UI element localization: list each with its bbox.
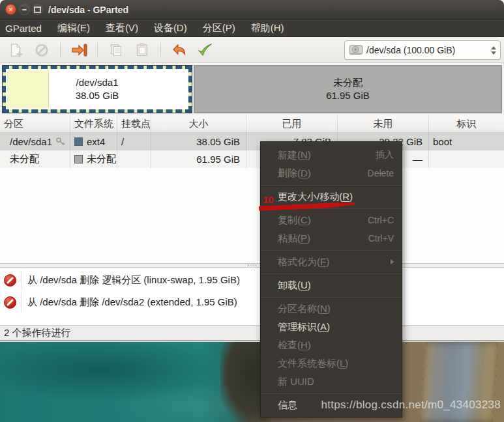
spinner-arrows-icon[interactable]	[491, 46, 496, 55]
titlebar[interactable]: /dev/sda - GParted	[0, 0, 504, 20]
copy-icon[interactable]	[106, 40, 126, 61]
new-partition-icon[interactable]	[5, 40, 26, 61]
toolbar-separator	[160, 42, 161, 58]
menu-item-copy: 复制(C) Ctrl+C	[261, 211, 402, 229]
operation-text: 从 /dev/sda 删除 /dev/sda2 (extended, 1.95 …	[22, 292, 237, 312]
menu-separator	[261, 271, 402, 276]
operations-panel: 从 /dev/sda 删除 逻辑分区 (linux-swap, 1.95 GiB…	[0, 268, 504, 325]
menubar: GParted 编辑(E) 查看(V) 设备(D) 分区(P) 帮助(H)	[0, 20, 504, 37]
delete-partition-icon[interactable]	[31, 40, 52, 61]
unallocated-color-swatch	[74, 155, 83, 163]
operation-item[interactable]: 从 /dev/sda 删除 逻辑分区 (linux-swap, 1.95 GiB…	[0, 270, 504, 290]
partition-context-menu: 新建(N) 插入 删除(D) Delete 更改大小/移动(R) 复制(C) C…	[260, 141, 402, 417]
row2-flags	[429, 150, 504, 168]
delete-operation-icon	[4, 296, 16, 309]
annotation-step-number: 10	[263, 194, 274, 205]
watermark-url: https://blog.csdn.net/m0_43403238	[321, 399, 501, 412]
pending-operations-status: 2 个操作待进行	[4, 327, 71, 339]
row2-filesystem: 未分配	[87, 153, 116, 165]
menu-item-new-uuid: 新 UUID	[261, 373, 402, 391]
row1-filesystem: ext4	[87, 136, 105, 147]
header-unused[interactable]: 未用	[338, 115, 429, 132]
toolbar-separator	[97, 42, 98, 58]
statusbar: 2 个操作待进行	[0, 325, 504, 341]
visual-unallocated-size: 61.95 GiB	[326, 89, 370, 102]
menu-gparted[interactable]: GParted	[5, 23, 42, 34]
visual-unallocated-name: 未分配	[333, 76, 363, 89]
menu-item-name-partition: 分区名称(N)	[261, 300, 402, 318]
table-header-row: 分区 文件系统 挂载点 大小 已用 未用 标识	[0, 115, 504, 133]
device-selector[interactable]: /dev/sda (100.00 GiB)	[344, 40, 501, 60]
maximize-icon[interactable]	[32, 4, 43, 15]
row1-flags: boot	[429, 133, 504, 150]
table-row-unallocated[interactable]: 未分配 未分配 61.95 GiB —	[0, 150, 504, 168]
header-filesystem[interactable]: 文件系统	[70, 115, 117, 132]
partition-table: 分区 文件系统 挂载点 大小 已用 未用 标识 /dev/sda1 ext4 /…	[0, 115, 504, 263]
operation-text: 从 /dev/sda 删除 逻辑分区 (linux-swap, 1.95 GiB…	[22, 270, 240, 290]
menu-item-manage-flags[interactable]: 管理标识(A)	[261, 318, 402, 336]
visual-sda1-size: 38.05 GiB	[76, 89, 119, 102]
operation-item[interactable]: 从 /dev/sda 删除 /dev/sda2 (extended, 1.95 …	[0, 292, 504, 312]
toolbar-separator	[60, 42, 61, 58]
menu-item-format-to: 格式化为(F)	[261, 253, 402, 271]
apply-icon[interactable]	[195, 40, 216, 61]
pane-splitter[interactable]	[0, 263, 504, 268]
header-size[interactable]: 大小	[151, 115, 246, 132]
delete-operation-icon	[4, 274, 16, 287]
header-used[interactable]: 已用	[246, 115, 338, 132]
visual-sda1-name: /dev/sda1	[76, 76, 118, 89]
menu-item-unmount[interactable]: 卸载(U)	[261, 276, 402, 294]
menu-partition[interactable]: 分区(P)	[203, 22, 235, 35]
disk-visual: /dev/sda1 38.05 GiB 未分配 61.95 GiB	[0, 63, 504, 115]
row1-partition: /dev/sda1	[10, 136, 52, 147]
row2-mountpoint	[117, 150, 151, 168]
menu-separator	[261, 391, 402, 396]
visual-unallocated[interactable]: 未分配 61.95 GiB	[194, 65, 502, 113]
menu-device[interactable]: 设备(D)	[154, 22, 187, 35]
minimize-icon[interactable]	[19, 4, 30, 15]
paste-icon[interactable]	[132, 40, 153, 61]
row2-size: 61.95 GiB	[151, 150, 246, 168]
menu-separator	[261, 294, 402, 300]
resize-move-icon[interactable]	[68, 40, 89, 61]
header-partition[interactable]: 分区	[0, 115, 70, 132]
header-mountpoint[interactable]: 挂载点	[117, 115, 151, 132]
menu-item-delete: 删除(D) Delete	[261, 164, 402, 182]
gparted-window: /dev/sda - GParted GParted 编辑(E) 查看(V) 设…	[0, 0, 504, 422]
row1-size: 38.05 GiB	[151, 133, 246, 150]
menu-edit[interactable]: 编辑(E)	[57, 22, 90, 35]
menu-item-label-filesystem: 文件系统卷标(L)	[261, 354, 402, 373]
menu-item-paste: 粘贴(P) Ctrl+V	[261, 229, 402, 247]
close-icon[interactable]	[5, 4, 16, 15]
menu-item-new: 新建(N) 插入	[261, 146, 402, 164]
row2-partition: 未分配	[0, 150, 70, 168]
ext4-color-swatch	[74, 137, 83, 146]
mounted-key-icon	[55, 137, 66, 147]
window-title: /dev/sda - GParted	[48, 0, 128, 20]
menu-item-check: 检查(H)	[261, 336, 402, 354]
row1-mountpoint: /	[117, 133, 151, 150]
toolbar: /dev/sda (100.00 GiB)	[0, 37, 504, 63]
menu-separator	[261, 247, 402, 253]
menu-view[interactable]: 查看(V)	[106, 22, 138, 35]
harddisk-icon	[349, 44, 363, 56]
undo-icon[interactable]	[169, 40, 190, 61]
header-flags[interactable]: 标识	[429, 115, 504, 132]
table-row-sda1[interactable]: /dev/sda1 ext4 / 38.05 GiB 7.83 GiB 30.2…	[0, 133, 504, 150]
device-selector-label: /dev/sda (100.00 GiB)	[366, 45, 455, 55]
visual-partition-sda1[interactable]: /dev/sda1 38.05 GiB	[2, 65, 192, 113]
menu-help[interactable]: 帮助(H)	[251, 22, 284, 35]
menu-separator	[261, 182, 402, 188]
submenu-arrow-icon	[391, 259, 394, 264]
